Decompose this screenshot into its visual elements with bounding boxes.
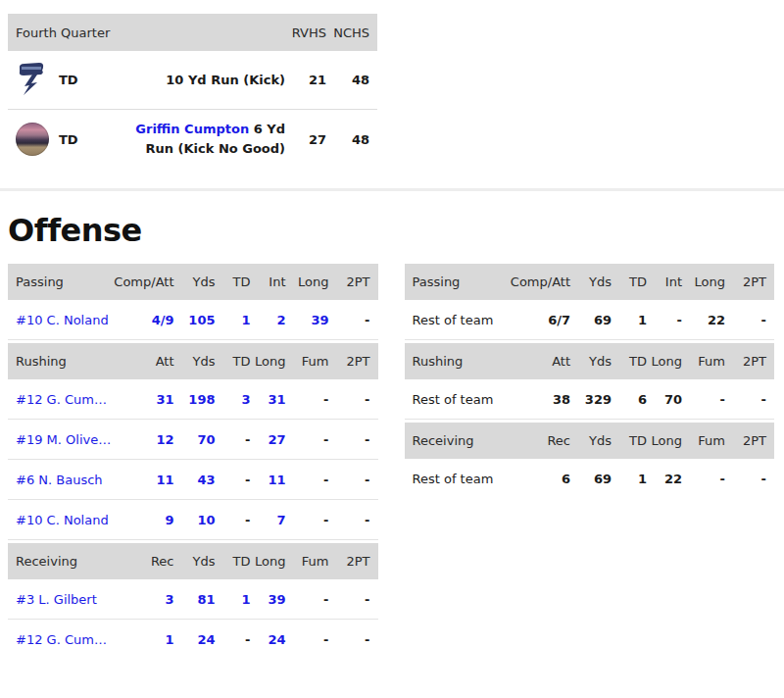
stat-value: - [286, 632, 329, 647]
stat-section-receiving: ReceivingRecYdsTDLongFum2PT#3 L. Gilbert… [8, 543, 378, 660]
column-header: Yds [570, 433, 612, 448]
stat-data-row: Rest of team669122-- [405, 459, 775, 499]
stat-value: 70 [174, 432, 216, 447]
stat-header-row: RushingAttYdsTDLongFum2PT [405, 343, 775, 379]
column-header: Yds [570, 354, 612, 369]
stat-value: - [216, 513, 251, 527]
column-header: Fum [682, 354, 725, 369]
stat-category-label: Rushing [16, 354, 112, 369]
column-header: 2PT [725, 354, 766, 369]
column-header: 2PT [329, 554, 370, 569]
stat-data-row: #10 C. Noland910-7-- [8, 500, 378, 540]
stat-section-receiving: ReceivingRecYdsTDLongFum2PTRest of team6… [405, 423, 775, 499]
stat-value: 69 [570, 313, 612, 327]
stat-value: - [329, 313, 370, 327]
row-label: Rest of team [413, 392, 509, 407]
stat-value: 4/9 [112, 313, 174, 327]
team-logo-cell [16, 123, 59, 156]
column-header: 2PT [329, 354, 370, 369]
column-header: Fum [682, 433, 725, 448]
stat-value: - [725, 472, 766, 486]
stat-value: 39 [286, 313, 329, 327]
stat-value: 7 [251, 513, 286, 527]
stat-section-rushing: RushingAttYdsTDLongFum2PT#12 G. Cumpton3… [8, 343, 378, 540]
column-header: Long [251, 354, 286, 369]
column-header: TD [612, 433, 647, 448]
stat-value: - [682, 472, 725, 486]
stat-value: 31 [251, 392, 286, 407]
stat-value: 3 [216, 392, 251, 407]
column-header: Comp/Att [508, 274, 570, 289]
stat-category-label: Rushing [413, 354, 509, 369]
stat-value: 1 [112, 632, 174, 647]
stat-value: - [329, 632, 370, 647]
quarter-title: Fourth Quarter [16, 25, 287, 40]
stat-data-row: Rest of team6/7691-22- [405, 300, 775, 340]
stat-value: 24 [174, 632, 216, 647]
stat-value: 11 [251, 473, 286, 487]
stat-section-passing: PassingComp/AttYdsTDIntLong2PTRest of te… [405, 264, 775, 340]
play-type-label: TD [59, 73, 106, 87]
stat-value: 3 [112, 592, 174, 607]
stat-header-row: RushingAttYdsTDLongFum2PT [8, 343, 378, 379]
column-header: Int [647, 274, 682, 289]
team-logo-cell [16, 61, 59, 99]
stat-data-row: #12 G. Cumpton124-24-- [8, 620, 378, 660]
scoring-play-row: TDGriffin Cumpton 6 Yd Run (Kick No Good… [8, 110, 377, 169]
stat-value: - [329, 513, 370, 527]
stat-value: - [286, 432, 329, 447]
stat-value: - [329, 432, 370, 447]
stat-value: 27 [251, 432, 286, 447]
column-header: Yds [174, 354, 216, 369]
stat-value: 81 [174, 592, 216, 607]
player-link[interactable]: Griffin Cumpton [135, 122, 249, 136]
stat-data-row: #3 L. Gilbert381139-- [8, 579, 378, 620]
away-score: 21 [287, 73, 326, 87]
stat-value: 38 [508, 392, 570, 407]
stat-value: - [329, 592, 370, 607]
play-description: 10 Yd Run (Kick) [106, 71, 287, 90]
column-header: Att [112, 354, 174, 369]
player-link[interactable]: #10 C. Noland [16, 513, 112, 527]
stat-data-row: #19 M. Oliveira1270-27-- [8, 420, 378, 460]
stat-header-row: ReceivingRecYdsTDLongFum2PT [8, 543, 378, 579]
sunset-team-logo-icon[interactable] [16, 123, 49, 156]
column-header: Long [647, 433, 682, 448]
stat-value: 70 [647, 392, 682, 407]
column-header: Yds [570, 274, 612, 289]
stat-value: - [216, 473, 251, 487]
away-team-abbr: RVHS [287, 25, 326, 40]
storm-team-logo-icon[interactable] [16, 61, 45, 99]
stat-value: - [286, 592, 329, 607]
stat-value: - [725, 392, 766, 407]
stat-value: 10 [174, 513, 216, 527]
play-description: Griffin Cumpton 6 Yd Run (Kick No Good) [106, 120, 287, 159]
player-link[interactable]: #3 L. Gilbert [16, 592, 112, 607]
player-link[interactable]: #12 G. Cumpton [16, 632, 112, 647]
page: Fourth Quarter RVHS NCHS TD10 Yd Run (Ki… [0, 14, 784, 660]
stat-value: 105 [174, 313, 216, 327]
stat-section-passing: PassingComp/AttYdsTDIntLong2PT#10 C. Nol… [8, 264, 378, 340]
stat-header-row: PassingComp/AttYdsTDIntLong2PT [405, 264, 775, 300]
stat-header-row: ReceivingRecYdsTDLongFum2PT [405, 423, 775, 459]
stat-value: 6/7 [508, 313, 570, 327]
player-link[interactable]: #12 G. Cumpton [16, 392, 112, 407]
play-type-label: TD [59, 132, 106, 147]
away-score: 27 [287, 132, 326, 147]
stat-value: - [286, 392, 329, 407]
column-header: Fum [286, 354, 329, 369]
stat-value: - [216, 432, 251, 447]
offense-tables: PassingComp/AttYdsTDIntLong2PT#10 C. Nol… [8, 264, 774, 660]
stat-data-row: #6 N. Bausch1143-11-- [8, 460, 378, 500]
column-header: Int [251, 274, 286, 289]
stat-category-label: Passing [16, 274, 112, 289]
column-header: TD [216, 354, 251, 369]
away-team-stats-column: PassingComp/AttYdsTDIntLong2PT#10 C. Nol… [8, 264, 378, 660]
player-link[interactable]: #10 C. Noland [16, 313, 112, 327]
stat-section-rushing: RushingAttYdsTDLongFum2PTRest of team383… [405, 343, 775, 420]
home-team-stats-column: PassingComp/AttYdsTDIntLong2PTRest of te… [405, 264, 775, 660]
column-header: TD [216, 274, 251, 289]
player-link[interactable]: #19 M. Oliveira [16, 432, 112, 447]
stat-value: - [286, 473, 329, 487]
player-link[interactable]: #6 N. Bausch [16, 473, 112, 487]
